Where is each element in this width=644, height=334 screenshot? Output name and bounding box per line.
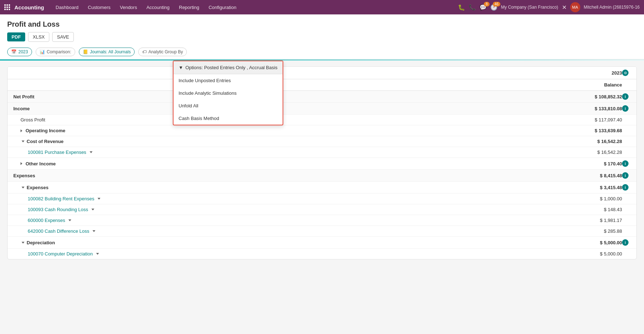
expenses-sub-info-icon[interactable]: i	[622, 184, 629, 191]
top-navigation: Accounting Dashboard Customers Vendors A…	[0, 0, 644, 14]
option-unfold-all[interactable]: Unfold All	[174, 99, 283, 112]
table-header: 2023 ⚙	[8, 67, 636, 79]
depreciation-info-icon[interactable]: i	[622, 239, 629, 246]
svg-rect-4	[6, 6, 8, 8]
gross-profit-label: Gross Profit	[21, 117, 45, 123]
analytic-filter-label: Analytic Group By	[148, 49, 183, 54]
expenses-sub-collapse-icon[interactable]	[22, 187, 24, 188]
options-dropdown: ▼ Options: Posted Entries Only , Accrual…	[173, 61, 283, 125]
net-profit-info-icon[interactable]: i	[622, 93, 629, 100]
user-avatar[interactable]: MA	[570, 2, 580, 12]
company-name: My Company (San Francisco)	[501, 5, 558, 10]
toolbar: PDF XLSX SAVE	[7, 32, 637, 42]
gross-profit-value: $ 117,097.40	[572, 117, 622, 123]
computer-depreciation-link[interactable]: 100070 Computer Depreciation	[28, 251, 93, 257]
table-row: 100082 Building Rent Expenses $ 1,000.00	[8, 193, 636, 204]
cash-diff-value: $ 285.88	[572, 228, 622, 234]
activity-badge: 46	[493, 2, 500, 6]
cost-of-revenue-value: $ 16,542.28	[572, 139, 622, 144]
other-income-label: Other Income	[26, 161, 56, 166]
cash-rounding-chevron[interactable]	[91, 209, 94, 210]
nav-accounting[interactable]: Accounting	[142, 3, 174, 12]
expenses-header-info-icon[interactable]: i	[622, 172, 629, 179]
save-button[interactable]: SAVE	[52, 32, 74, 42]
table-row: Expenses $ 3,415.48 i	[8, 182, 636, 193]
svg-rect-8	[9, 9, 10, 10]
journal-icon: 📒	[83, 49, 88, 54]
settings-icon[interactable]: ⚙	[622, 70, 629, 76]
expenses-header-value: $ 8,415.48	[572, 173, 622, 178]
depreciation-collapse-icon[interactable]	[22, 242, 24, 244]
operating-income-value: $ 133,639.68	[572, 128, 622, 133]
option-unposted[interactable]: Include Unposted Entries	[174, 74, 283, 87]
option-cash-basis[interactable]: Cash Basis Method	[174, 112, 283, 125]
svg-rect-5	[9, 6, 10, 8]
report-table: 2023 ⚙ Balance Net Profit $ 108,852.32 i…	[7, 66, 637, 259]
building-rent-value: $ 1,000.00	[572, 196, 622, 201]
depreciation-label: Depreciation	[27, 240, 55, 245]
svg-rect-7	[6, 9, 8, 10]
net-profit-label: Net Profit	[13, 94, 35, 99]
building-rent-chevron[interactable]	[98, 198, 100, 200]
nav-customers[interactable]: Customers	[84, 3, 115, 12]
nav-vendors[interactable]: Vendors	[116, 3, 141, 12]
cost-of-revenue-collapse-icon[interactable]	[22, 141, 24, 142]
calendar-icon: 📅	[11, 49, 17, 54]
other-income-value: $ 170.40	[572, 161, 622, 166]
balance-column-header: Balance	[572, 82, 622, 88]
table-row: Income $ 133,810.08 i	[8, 103, 636, 115]
activity-icon[interactable]: 🕐 46	[490, 4, 497, 11]
date-filter[interactable]: 📅 2023	[7, 48, 32, 56]
building-rent-link[interactable]: 100082 Building Rent Expenses	[28, 196, 94, 201]
comparison-filter[interactable]: 📊 Comparison:	[36, 48, 75, 56]
purchase-expenses-link[interactable]: 100081 Purchase Expenses	[28, 150, 86, 155]
income-value: $ 133,810.08	[572, 106, 622, 111]
journals-filter-label: Journals: All Journals	[90, 49, 131, 54]
dropdown-header[interactable]: ▼ Options: Posted Entries Only , Accrual…	[174, 61, 283, 74]
income-info-icon[interactable]: i	[622, 105, 629, 112]
analytic-filter[interactable]: 🏷 Analytic Group By	[138, 48, 187, 56]
computer-depreciation-chevron[interactable]	[96, 253, 99, 255]
app-brand: Accounting	[14, 4, 44, 10]
operating-income-expand-icon[interactable]	[21, 129, 22, 132]
phone-icon[interactable]: 📞	[469, 4, 476, 11]
cash-rounding-link[interactable]: 100093 Cash Rounding Loss	[28, 207, 88, 212]
filter-icon: ▼	[179, 65, 183, 70]
bug-icon[interactable]: 🐛	[458, 4, 465, 11]
svg-rect-3	[4, 6, 6, 8]
close-icon[interactable]: ✕	[562, 4, 567, 11]
expenses-header-label: Expenses	[13, 173, 35, 178]
chat-icon[interactable]: 💬 8	[479, 4, 487, 11]
main-content: 2023 ⚙ Balance Net Profit $ 108,852.32 i…	[0, 61, 644, 265]
expenses-600000-link[interactable]: 600000 Expenses	[28, 218, 65, 223]
operating-income-label: Operating Income	[26, 128, 66, 133]
pdf-button[interactable]: PDF	[7, 32, 25, 41]
option-analytic-sim[interactable]: Include Analytic Simulations	[174, 87, 283, 99]
table-row: Other Income $ 170.40 i	[8, 158, 636, 170]
computer-depreciation-value: $ 5,000.00	[572, 251, 622, 257]
cash-diff-chevron[interactable]	[93, 230, 95, 232]
net-profit-value: $ 108,852.32	[572, 94, 622, 99]
table-row: 600000 Expenses $ 1,981.17	[8, 215, 636, 226]
cash-diff-link[interactable]: 642000 Cash Difference Loss	[28, 228, 89, 234]
xlsx-button[interactable]: XLSX	[28, 32, 49, 42]
expenses-600000-chevron[interactable]	[68, 219, 71, 221]
svg-rect-2	[9, 4, 10, 6]
expenses-sub-value: $ 3,415.48	[572, 185, 622, 190]
apps-icon[interactable]	[4, 4, 10, 10]
dropdown-title: Options: Posted Entries Only , Accrual B…	[185, 65, 278, 70]
table-row: 100081 Purchase Expenses $ 16,542.28	[8, 147, 636, 158]
table-row: 100070 Computer Depreciation $ 5,000.00	[8, 249, 636, 259]
nav-configuration[interactable]: Configuration	[204, 3, 240, 12]
analytic-icon: 🏷	[142, 49, 147, 54]
income-label: Income	[13, 106, 30, 111]
svg-rect-0	[4, 4, 6, 6]
journals-filter[interactable]: 📒 Journals: All Journals	[79, 48, 135, 56]
nav-reporting[interactable]: Reporting	[175, 3, 203, 12]
chart-icon: 📊	[40, 49, 45, 54]
nav-dashboard[interactable]: Dashboard	[51, 3, 83, 12]
purchase-expenses-chevron[interactable]	[90, 151, 93, 153]
other-income-info-icon[interactable]: i	[622, 160, 629, 167]
table-row: Expenses $ 8,415.48 i	[8, 170, 636, 182]
other-income-expand-icon[interactable]	[21, 162, 22, 165]
